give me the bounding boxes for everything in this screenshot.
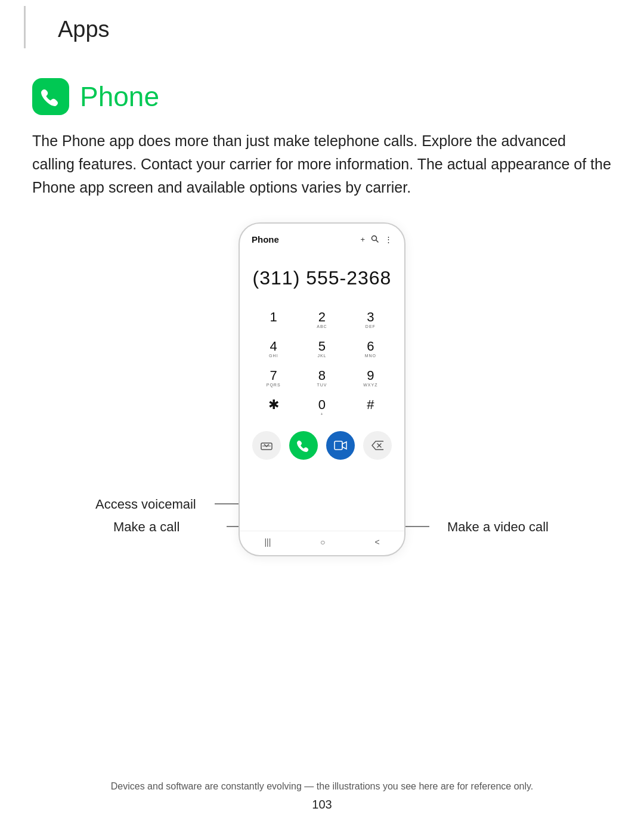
backspace-icon bbox=[371, 441, 383, 450]
nav-back-icon: < bbox=[374, 537, 379, 547]
dialpad-key-6[interactable]: 6 MNO bbox=[346, 335, 395, 364]
dialpad-key-8[interactable]: 8 TUV bbox=[298, 364, 346, 394]
diagram-wrapper: Phone + ⋮ (311) 555-2368 bbox=[95, 222, 549, 604]
dialpad-key-hash[interactable]: # bbox=[346, 394, 395, 423]
phone-icon-svg bbox=[39, 85, 62, 108]
footer-page-number: 103 bbox=[0, 798, 644, 812]
diagram-container: Phone + ⋮ (311) 555-2368 bbox=[0, 222, 644, 604]
dialpad-key-5[interactable]: 5 JKL bbox=[298, 335, 346, 364]
page-header: Apps bbox=[24, 6, 644, 48]
dialpad-key-4[interactable]: 4 GHI bbox=[249, 335, 298, 364]
nav-menu-icon: ||| bbox=[264, 537, 271, 547]
phone-top-bar: Phone + ⋮ bbox=[240, 224, 404, 249]
phone-app-icon bbox=[32, 78, 69, 115]
plus-icon: + bbox=[360, 235, 365, 244]
search-icon bbox=[371, 235, 379, 244]
video-call-button[interactable] bbox=[326, 431, 355, 460]
phone-nav-bar: ||| ○ < bbox=[240, 531, 404, 555]
dialpad-key-0[interactable]: 0 + bbox=[298, 394, 346, 423]
app-section-title: Phone bbox=[80, 80, 159, 113]
dialpad-key-star[interactable]: ✱ bbox=[249, 394, 298, 423]
description-text: The Phone app does more than just make t… bbox=[32, 129, 612, 199]
nav-home-icon: ○ bbox=[320, 537, 325, 547]
page-title: Apps bbox=[58, 17, 110, 42]
svg-rect-11 bbox=[335, 441, 342, 450]
action-buttons-row bbox=[240, 423, 404, 469]
dialpad-key-2[interactable]: 2 ABC bbox=[298, 306, 346, 335]
app-title-section: Phone bbox=[32, 78, 612, 115]
phone-screen: Phone + ⋮ (311) 555-2368 bbox=[239, 222, 405, 556]
phone-top-icons: + ⋮ bbox=[360, 235, 392, 244]
voicemail-icon bbox=[261, 441, 273, 450]
call-icon bbox=[297, 439, 310, 452]
voicemail-button[interactable] bbox=[252, 431, 281, 460]
call-button[interactable] bbox=[289, 431, 318, 460]
backspace-button[interactable] bbox=[363, 431, 392, 460]
dialpad: 1 2 ABC 3 DEF 4 GHI bbox=[240, 306, 404, 423]
dialpad-key-1[interactable]: 1 bbox=[249, 306, 298, 335]
callout-make-a-call: Make a call bbox=[113, 519, 179, 535]
phone-number-display: (311) 555-2368 bbox=[240, 249, 404, 306]
phone-screen-title: Phone bbox=[252, 234, 279, 244]
dialpad-key-3[interactable]: 3 DEF bbox=[346, 306, 395, 335]
more-icon: ⋮ bbox=[385, 235, 392, 244]
callout-access-voicemail: Access voicemail bbox=[95, 497, 196, 512]
footer-disclaimer-text: Devices and software are constantly evol… bbox=[0, 781, 644, 792]
dialpad-key-7[interactable]: 7 PQRS bbox=[249, 364, 298, 394]
svg-line-8 bbox=[376, 240, 379, 242]
dialpad-key-9[interactable]: 9 WXYZ bbox=[346, 364, 395, 394]
video-icon bbox=[334, 441, 347, 450]
callout-make-video-call: Make a video call bbox=[447, 519, 549, 535]
phone-mockup: Phone + ⋮ (311) 555-2368 bbox=[239, 222, 405, 556]
page-footer: Devices and software are constantly evol… bbox=[0, 781, 644, 812]
